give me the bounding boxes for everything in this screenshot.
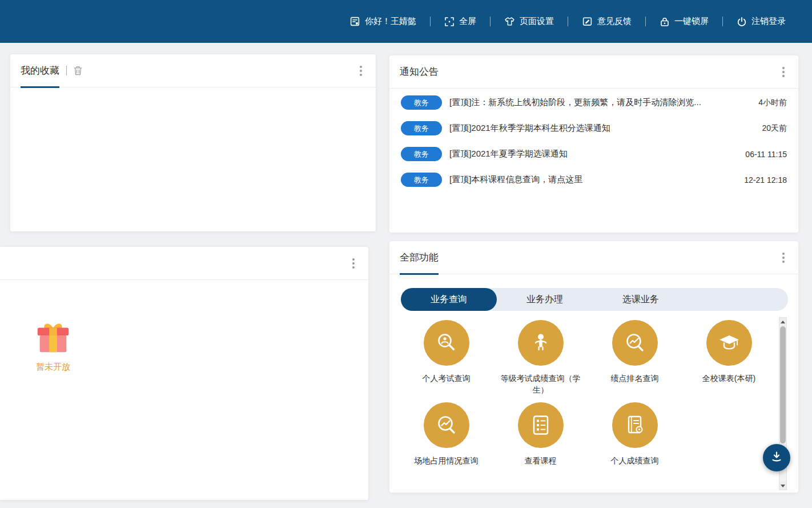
- scroll-up-arrow[interactable]: [779, 318, 786, 326]
- report-gear-icon: [612, 402, 658, 448]
- scroll-thumb[interactable]: [780, 326, 786, 443]
- notices-title: 通知公告: [400, 55, 439, 88]
- favorites-card: 我的收藏: [10, 54, 376, 231]
- nav-page-settings-button[interactable]: 页面设置: [504, 16, 554, 27]
- notice-badge: 教务: [401, 121, 442, 136]
- notice-list: 教务 [置顶]注：新系统上线初始阶段，更新频繁，请及时手动清除浏览... 4小时…: [389, 89, 798, 193]
- notices-card-menu-button[interactable]: [779, 64, 788, 80]
- nav-fullscreen-label: 全屏: [459, 16, 476, 27]
- nav-feedback-button[interactable]: 意见反馈: [582, 16, 632, 27]
- notice-badge: 教务: [401, 95, 442, 110]
- nav-fullscreen-button[interactable]: 全屏: [444, 16, 476, 27]
- person-search-icon: [424, 320, 469, 366]
- tab-course-selection[interactable]: 选课业务: [593, 288, 689, 311]
- graduation-cap-icon: [706, 320, 752, 366]
- function-label: 个人考试查询: [423, 373, 471, 384]
- coming-soon-card-header: [0, 247, 368, 280]
- nav-lock-screen-button[interactable]: 一键锁屏: [660, 16, 709, 27]
- notice-text: [置顶]本科课程信息查询，请点这里: [449, 174, 736, 185]
- favorites-card-header: 我的收藏: [10, 54, 376, 87]
- function-item-school-timetable[interactable]: 全校课表(本研): [682, 320, 776, 395]
- notice-badge: 教务: [401, 147, 442, 162]
- function-item-personal-exam-query[interactable]: 个人考试查询: [399, 320, 493, 395]
- all-functions-card: 全部功能 业务查询 业务办理 选课业务 个人考试查询: [389, 241, 798, 493]
- notice-text: [置顶]注：新系统上线初始阶段，更新频繁，请及时手动清除浏览...: [449, 97, 750, 108]
- feedback-edit-icon: [582, 16, 593, 27]
- theme-shirt-icon: [504, 16, 515, 27]
- tab-business-query[interactable]: 业务查询: [401, 288, 497, 311]
- lock-icon: [660, 17, 670, 27]
- clear-favorites-button[interactable]: [74, 66, 82, 75]
- all-functions-title: 全部功能: [400, 241, 439, 274]
- notices-card-header: 通知公告: [389, 55, 798, 89]
- trend-search-icon: [612, 320, 658, 366]
- profile-card-icon: [349, 16, 360, 27]
- notice-row[interactable]: 教务 [置顶]注：新系统上线初始阶段，更新频繁，请及时手动清除浏览... 4小时…: [389, 90, 798, 115]
- function-item-venue-occupancy-query[interactable]: 场地占用情况查询: [399, 402, 493, 466]
- function-label: 全校课表(本研): [702, 373, 755, 384]
- notice-time: 12-21 12:18: [744, 175, 787, 185]
- nav-divider: [490, 17, 491, 26]
- all-functions-card-header: 全部功能: [389, 241, 798, 274]
- function-item-personal-score-query[interactable]: 个人成绩查询: [588, 402, 682, 466]
- function-label: 等级考试成绩查询（学生）: [497, 373, 584, 395]
- person-icon: [518, 320, 564, 366]
- function-item-level-exam-score-query[interactable]: 等级考试成绩查询（学生）: [493, 320, 588, 395]
- nav-lock-screen-label: 一键锁屏: [674, 16, 709, 27]
- function-label: 场地占用情况查询: [415, 455, 479, 466]
- functions-tabbar: 业务查询 业务办理 选课业务: [401, 288, 788, 311]
- nav-logout-button[interactable]: 注销登录: [737, 16, 786, 27]
- favorites-title: 我的收藏: [21, 54, 59, 87]
- download-fab-button[interactable]: [763, 444, 790, 471]
- gift-icon: [33, 317, 73, 359]
- power-icon: [737, 17, 747, 27]
- nav-logout-label: 注销登录: [751, 16, 786, 27]
- checklist-icon: [518, 402, 564, 448]
- trend-search-icon: [424, 402, 469, 448]
- fullscreen-icon: [444, 17, 455, 27]
- function-label: 个人成绩查询: [611, 455, 659, 466]
- scroll-down-arrow[interactable]: [779, 482, 786, 490]
- nav-divider: [645, 17, 646, 26]
- nav-feedback-label: 意见反馈: [597, 16, 632, 27]
- functions-grid: 个人考试查询 等级考试成绩查询（学生） 绩点排名查: [389, 311, 798, 466]
- function-label: 查看课程: [525, 455, 557, 466]
- coming-soon-text: 暂未开放: [36, 362, 70, 373]
- notice-time: 06-11 11:15: [745, 150, 787, 159]
- coming-soon-card: 暂未开放: [0, 247, 368, 500]
- coming-soon-placeholder: 暂未开放: [31, 317, 75, 373]
- all-functions-card-menu-button[interactable]: [779, 250, 788, 266]
- nav-divider: [568, 17, 568, 26]
- notice-row[interactable]: 教务 [置顶]2021年秋季学期本科生积分选课通知 20天前: [389, 115, 798, 141]
- top-navbar: 你好！王婧懿 全屏 页面设置 意见反馈 一键锁屏 注销登录: [0, 0, 812, 43]
- notice-text: [置顶]2021年夏季学期选课通知: [449, 149, 737, 159]
- function-label: 绩点排名查询: [611, 373, 659, 384]
- title-divider: [66, 66, 67, 75]
- nav-page-settings-label: 页面设置: [520, 16, 554, 27]
- notice-badge: 教务: [401, 173, 442, 187]
- nav-greeting-label: 你好！王婧懿: [365, 16, 416, 27]
- download-icon: [770, 450, 783, 465]
- function-item-view-courses[interactable]: 查看课程: [493, 402, 588, 466]
- notice-time: 20天前: [762, 123, 787, 134]
- favorites-card-menu-button[interactable]: [356, 63, 365, 79]
- notice-row[interactable]: 教务 [置顶]2021年夏季学期选课通知 06-11 11:15: [389, 141, 798, 167]
- notices-card: 通知公告 教务 [置顶]注：新系统上线初始阶段，更新频繁，请及时手动清除浏览..…: [389, 55, 798, 233]
- notice-time: 4小时前: [758, 98, 787, 108]
- coming-soon-card-menu-button[interactable]: [349, 255, 358, 271]
- tab-business-handle[interactable]: 业务办理: [497, 288, 593, 311]
- function-item-gpa-ranking-query[interactable]: 绩点排名查询: [588, 320, 682, 395]
- notice-text: [置顶]2021年秋季学期本科生积分选课通知: [449, 123, 754, 134]
- nav-user-greeting[interactable]: 你好！王婧懿: [349, 16, 416, 27]
- nav-divider: [722, 17, 723, 26]
- nav-divider: [430, 17, 431, 26]
- notice-row[interactable]: 教务 [置顶]本科课程信息查询，请点这里 12-21 12:18: [389, 167, 798, 193]
